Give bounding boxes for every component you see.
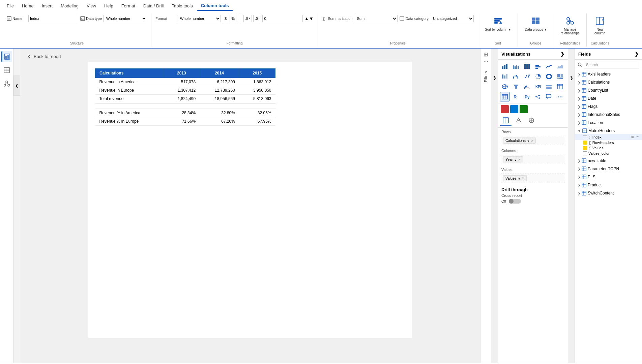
field-group-header-countrylist[interactable]: ❯ CountryList <box>575 87 642 94</box>
name-input[interactable] <box>28 15 78 22</box>
checkbox[interactable] <box>583 135 587 139</box>
field-group-header-location[interactable]: ❯ Location <box>575 119 642 126</box>
datatype-select[interactable]: Whole number <box>103 15 147 22</box>
filter-options-icon[interactable]: ⋯ <box>484 59 488 64</box>
viz-icon-clustered-bar[interactable] <box>511 62 521 71</box>
checkbox[interactable] <box>583 151 587 155</box>
viz-tab-format[interactable] <box>513 116 524 126</box>
field-group-header-switchcontent[interactable]: ❯ SwitchContent <box>575 190 642 196</box>
chip-dropdown-year[interactable]: ∨ <box>514 158 517 161</box>
viz-icon-donut[interactable] <box>544 72 554 81</box>
field-group-header-flags[interactable]: ❯ Flags <box>575 103 642 110</box>
viz-icon-table[interactable] <box>555 82 565 91</box>
chip-remove[interactable]: ✕ <box>531 139 533 143</box>
left-icon-data[interactable] <box>1 65 12 75</box>
menu-insert[interactable]: Insert <box>38 1 57 10</box>
year-chip[interactable]: Year ∨ ✕ <box>503 156 523 162</box>
new-column-btn[interactable]: New column <box>591 15 609 36</box>
fields-expand-icon[interactable]: ❯ <box>635 51 639 57</box>
viz-icon-waterfall[interactable] <box>511 72 521 81</box>
menu-column-tools[interactable]: Column tools <box>197 1 233 11</box>
viz-tab-fields[interactable] <box>500 116 512 126</box>
color-blue[interactable] <box>510 105 518 113</box>
field-item-values[interactable]: ∑ Values <box>575 145 642 151</box>
viz-icon-matrix[interactable] <box>500 92 509 101</box>
viz-icon-area-chart[interactable] <box>555 62 565 71</box>
decimal-input[interactable] <box>262 15 303 22</box>
chip-remove-year[interactable]: ✕ <box>518 158 521 161</box>
viz-icon-r[interactable]: R <box>511 92 521 101</box>
menu-help[interactable]: Help <box>100 1 117 10</box>
field-group-header-internationalsales[interactable]: ❯ InternationalSales <box>575 111 642 118</box>
manage-relationships-btn[interactable]: Manage relationships <box>558 15 582 36</box>
eye-icon[interactable]: 👁 <box>631 135 634 139</box>
viz-icon-treemap[interactable] <box>555 72 565 81</box>
menu-view[interactable]: View <box>83 1 100 10</box>
decimal-dec-btn[interactable]: .0- <box>253 15 261 22</box>
currency-btn[interactable]: $ <box>223 15 228 22</box>
back-to-report[interactable]: Back to report <box>23 51 477 62</box>
menu-table-tools[interactable]: Table tools <box>168 1 197 10</box>
field-group-header-calculations[interactable]: ❯ Calculations <box>575 79 642 86</box>
filter-icon[interactable]: ⊞ <box>484 51 488 58</box>
viz-icon-slicer[interactable] <box>544 82 554 91</box>
menu-home[interactable]: Home <box>18 1 38 10</box>
collapse-fields-btn[interactable]: ❯ <box>568 49 575 363</box>
decimal-inc-btn[interactable]: .0+ <box>243 15 252 22</box>
comma-btn[interactable]: , <box>238 15 242 22</box>
field-group-header-matrixheaders[interactable]: ▼ MatrixHeaders <box>575 127 642 134</box>
checkbox[interactable] <box>583 146 587 150</box>
collapse-viz-btn[interactable]: ❯ <box>491 49 498 363</box>
viz-icon-pie[interactable] <box>533 72 543 81</box>
field-group-header-axisheaders[interactable]: ❯ AxisHeaders <box>575 71 642 78</box>
viz-icon-qna[interactable] <box>544 92 554 101</box>
data-groups-btn[interactable]: Data groups ▼ <box>522 15 549 33</box>
menu-modeling[interactable]: Modeling <box>57 1 83 10</box>
viz-tab-analytics[interactable] <box>526 116 537 126</box>
fields-search-input[interactable] <box>584 61 639 68</box>
values-chip[interactable]: Values ∨ ✕ <box>503 175 527 181</box>
datacategory-select[interactable]: Uncategorized <box>430 15 474 22</box>
values-drop-zone[interactable]: Values ∨ ✕ <box>501 174 565 183</box>
field-group-header-pls[interactable]: ❯ PLS <box>575 174 642 180</box>
toggle-btn[interactable] <box>509 199 521 204</box>
viz-icon-python[interactable]: Py <box>522 92 532 101</box>
field-group-header-date[interactable]: ❯ Date <box>575 95 642 102</box>
viz-icon-funnel[interactable] <box>511 82 521 91</box>
field-group-header-new_table[interactable]: ❯ new_table <box>575 157 642 164</box>
summarization-select[interactable]: Sum <box>354 15 398 22</box>
menu-format[interactable]: Format <box>117 1 139 10</box>
viz-icon-gauge[interactable] <box>522 82 532 91</box>
viz-icon-line-chart[interactable] <box>544 62 554 71</box>
more-icon[interactable]: ⋯ <box>636 135 639 139</box>
viz-expand-icon[interactable]: ❯ <box>560 51 564 57</box>
columns-drop-zone[interactable]: Year ∨ ✕ <box>501 155 565 164</box>
viz-icon-decomp-tree[interactable] <box>533 92 543 101</box>
viz-icon-ribbon[interactable] <box>500 72 509 81</box>
viz-icon-more[interactable]: ⋯ <box>555 92 565 101</box>
viz-icon-stacked-100[interactable] <box>522 62 532 71</box>
format-select[interactable]: Whole number <box>177 15 221 22</box>
left-icon-model[interactable] <box>1 78 12 89</box>
left-icon-report[interactable] <box>1 51 12 62</box>
checkbox[interactable] <box>583 141 587 145</box>
color-red[interactable] <box>501 105 509 113</box>
viz-icon-scatter[interactable] <box>522 72 532 81</box>
menu-file[interactable]: File <box>3 1 18 10</box>
page-collapse-btn[interactable]: ❮ <box>13 75 20 96</box>
sort-by-column-btn[interactable]: Sort by column ▼ <box>482 15 514 33</box>
viz-icon-kpi[interactable]: KPI <box>533 82 543 91</box>
percent-btn[interactable]: % <box>230 15 236 22</box>
viz-icon-bar-chart[interactable] <box>533 62 543 71</box>
menu-data-drill[interactable]: Data / Drill <box>139 1 168 10</box>
chip-dropdown[interactable]: ∨ <box>527 139 529 143</box>
field-item-index[interactable]: ∑ Index 👁 ⋯ <box>575 134 642 140</box>
viz-icon-stacked-bar[interactable] <box>500 62 509 71</box>
viz-icon-map[interactable] <box>500 82 509 91</box>
color-green[interactable] <box>520 105 528 113</box>
field-group-header-product[interactable]: ❯ Product <box>575 182 642 188</box>
field-group-header-parameter-topn[interactable]: ❯ Parameter-TOPN <box>575 165 642 172</box>
calculations-chip[interactable]: Calculations ∨ ✕ <box>503 138 536 144</box>
field-item-values_color[interactable]: Values_color <box>575 151 642 156</box>
field-item-rowheaders[interactable]: ∑ RowHeaders <box>575 140 642 145</box>
